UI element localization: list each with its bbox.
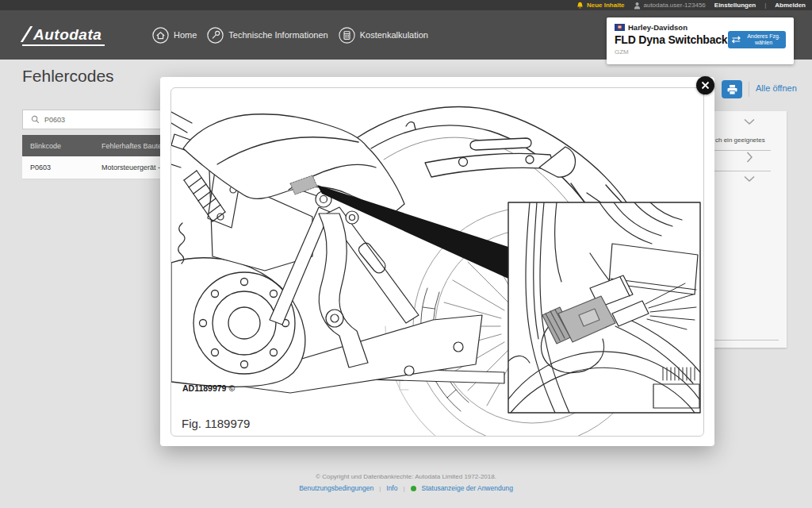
- print-button[interactable]: [722, 80, 742, 98]
- nav-item-home[interactable]: Home: [152, 27, 197, 44]
- info-link[interactable]: Info: [386, 484, 397, 492]
- nav-item-technical-info[interactable]: Technische Informationen: [207, 27, 327, 44]
- bell-icon: [576, 2, 584, 10]
- wrench-icon: [207, 27, 224, 44]
- logo-slash: [21, 26, 33, 42]
- close-icon: [701, 81, 710, 90]
- brand-name: Autodata: [33, 27, 102, 42]
- figure-modal: AD1189979 © Fig. 1189979: [160, 77, 714, 446]
- nav-label: Technische Informationen: [228, 30, 327, 40]
- figure-watermark: AD1189979 ©: [182, 383, 235, 393]
- settings-link[interactable]: Einstellungen: [714, 2, 756, 9]
- terms-link[interactable]: Benutzungsbedingungen: [299, 484, 373, 492]
- status-dot: [411, 486, 416, 491]
- topbar-divider: |: [764, 2, 766, 9]
- new-content-alert[interactable]: Neue Inhalte: [576, 2, 625, 10]
- page-title: Fehlercodes: [22, 67, 114, 86]
- autodata-logo[interactable]: Autodata: [22, 26, 105, 46]
- chevron-right-icon[interactable]: [746, 152, 753, 163]
- vehicle-make: Harley-Davidson: [628, 23, 688, 32]
- swap-icon: [731, 36, 741, 44]
- main-menu: Home Technische Informationen Kostenkalk…: [152, 10, 428, 60]
- motorcycle-diagram: [171, 88, 704, 437]
- nav-label: Kostenkalkulation: [360, 30, 428, 40]
- manufacturer-flag-icon: [615, 24, 625, 31]
- home-icon: [152, 27, 169, 44]
- search-icon: [31, 115, 40, 124]
- search-value: P0603: [44, 116, 65, 124]
- footer: © Copyright und Datenbankrechte: Autodat…: [0, 473, 812, 492]
- calculator-icon: [339, 27, 355, 44]
- copyright-text: © Copyright und Datenbankrechte: Autodat…: [0, 473, 812, 480]
- status-link[interactable]: Statusanzeige der Anwendung: [422, 484, 513, 492]
- user-account[interactable]: autodata.user-123456: [634, 2, 706, 10]
- top-utility-bar: Neue Inhalte autodata.user-123456 Einste…: [0, 0, 812, 10]
- username-label: autodata.user-123456: [644, 2, 706, 9]
- fault-code-cell: P0603: [22, 164, 102, 171]
- user-icon: [634, 2, 641, 10]
- vehicle-card: Harley-Davidson FLD Dyna Switchback 1690…: [607, 17, 794, 64]
- change-vehicle-label: Anderes Fzg. wählen: [745, 33, 783, 47]
- vehicle-code: GZM: [615, 48, 794, 56]
- close-modal-button[interactable]: [696, 76, 714, 94]
- printer-icon: [726, 84, 738, 95]
- engine-case: [171, 258, 305, 387]
- open-all-link[interactable]: Alle öffnen: [756, 83, 797, 93]
- toolbar-divider: [749, 82, 749, 97]
- column-header-blinkcode: Blinkcode: [22, 142, 102, 150]
- figure-caption: Fig. 1189979: [182, 417, 250, 430]
- nav-label: Home: [174, 30, 197, 40]
- chevron-down-icon[interactable]: [744, 118, 755, 125]
- logout-link[interactable]: Abmelden: [775, 2, 806, 9]
- new-content-label: Neue Inhalte: [587, 2, 625, 9]
- figure-container: AD1189979 © Fig. 1189979: [170, 87, 704, 437]
- nav-item-cost-calculation[interactable]: Kostenkalkulation: [339, 27, 428, 44]
- change-vehicle-button[interactable]: Anderes Fzg. wählen: [728, 31, 786, 48]
- chevron-down-icon[interactable]: [744, 175, 755, 183]
- panel-text-fragment: ch ein geeignetes: [715, 137, 765, 144]
